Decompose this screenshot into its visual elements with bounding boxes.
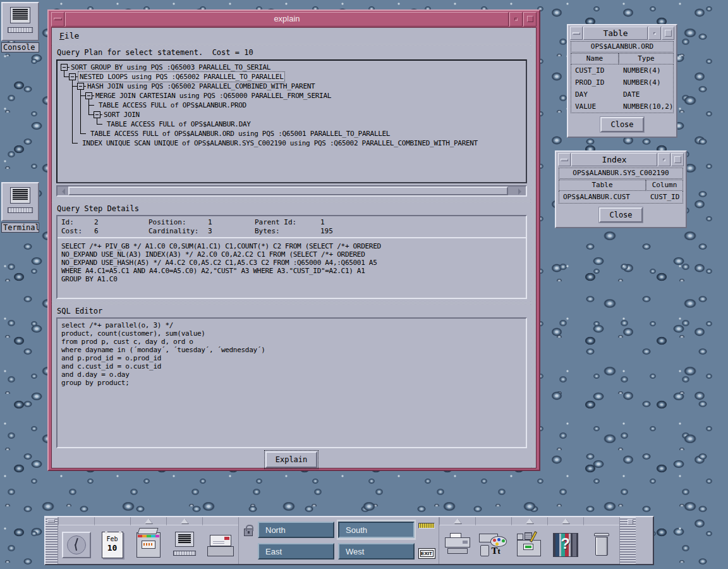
- sql-editor-text[interactable]: select /*+ parallel(o, 3) */ product, co…: [58, 319, 526, 387]
- titlebar[interactable]: explain: [51, 12, 537, 27]
- plan-tree-node[interactable]: TABLE ACCESS FULL of OPS$ALANBUR.DAY: [58, 119, 526, 129]
- menubar-separator: [52, 43, 531, 46]
- panel-right-button[interactable]: [628, 519, 633, 525]
- stat-value: 195: [320, 227, 526, 236]
- file-manager-icon[interactable]: [136, 532, 161, 558]
- help-icon[interactable]: ?: [553, 533, 578, 557]
- subpanel-arrow-icon[interactable]: [562, 518, 569, 523]
- rewritten-sql-text: SELECT /*+ PIV_GB */ A1.C0 C0,SUM(A1.C1)…: [58, 238, 526, 283]
- printer-icon[interactable]: [444, 533, 471, 557]
- terminal-icon[interactable]: [172, 532, 197, 558]
- mail-icon[interactable]: [207, 534, 234, 556]
- plan-node-label[interactable]: MERGE JOIN CARTESIAN using PQS :Q65000 P…: [94, 91, 332, 101]
- workspace-buttons: North South East West: [257, 520, 416, 561]
- minimize-button[interactable]: [648, 27, 661, 40]
- plan-node-label[interactable]: SORT GROUP BY using PQS :Q65003 PARALLEL…: [70, 63, 272, 72]
- plan-tree-node[interactable]: INDEX UNIQUE SCAN UNIQUE of OPS$ALANBUR.…: [58, 138, 526, 148]
- plan-tree-node[interactable]: HASH JOIN using PQS :Q65002 PARALLEL_COM…: [58, 82, 526, 91]
- window-menu-button[interactable]: [558, 153, 571, 166]
- workspace-button[interactable]: South: [338, 522, 415, 538]
- application-manager-icon[interactable]: [516, 532, 543, 558]
- terminal-icon[interactable]: [1, 182, 39, 221]
- plan-tree-node[interactable]: SORT GROUP BY using PQS :Q65003 PARALLEL…: [58, 63, 526, 72]
- minimize-button[interactable]: [509, 12, 523, 27]
- sql-editor[interactable]: select /*+ parallel(o, 3) */ product, co…: [56, 317, 527, 448]
- scrollbar-thumb[interactable]: [68, 187, 508, 195]
- console-icon[interactable]: [1, 2, 39, 41]
- desktop-icon-terminal[interactable]: Terminal: [1, 182, 40, 233]
- details-header: Query Step Details: [52, 202, 531, 215]
- stat-label: Bytes:: [255, 227, 320, 236]
- help-slot: ?: [547, 517, 583, 564]
- desktop-icon-label: Terminal: [1, 223, 39, 233]
- maximize-button[interactable]: [523, 12, 537, 27]
- desktop: Console Terminal explain File Query Plan…: [0, 0, 728, 569]
- plan-tree-node[interactable]: NESTED LOOPS using PQS :Q65002 PARALLEL_…: [58, 72, 526, 82]
- expand-toggle-icon[interactable]: [77, 83, 84, 90]
- exit-button[interactable]: EXIT: [418, 548, 435, 559]
- close-button[interactable]: Close: [600, 117, 643, 132]
- desktop-icon-label: Console: [1, 42, 39, 52]
- index-column-headers: Table Column: [559, 180, 683, 191]
- plan-tree-node[interactable]: TABLE ACCESS FULL of OPS$ALANBUR.ORD usi…: [58, 129, 526, 138]
- plan-node-label[interactable]: TABLE ACCESS FULL of OPS$ALANBUR.DAY: [106, 119, 252, 129]
- front-panel: Feb 10 North: [44, 516, 654, 565]
- tree-horizontal-scrollbar[interactable]: [56, 185, 527, 197]
- panel-left-handle[interactable]: [46, 517, 58, 564]
- subpanel-strip: [202, 517, 238, 525]
- window-menu-button[interactable]: [570, 27, 583, 40]
- menu-file[interactable]: File: [57, 30, 82, 42]
- panel-minimize-button[interactable]: [47, 519, 55, 523]
- busy-light-indicator: [418, 523, 435, 529]
- subpanel-arrow-icon[interactable]: [145, 518, 152, 523]
- calendar-icon[interactable]: Feb 10: [102, 532, 123, 558]
- column-type-cell: NUMBER(4): [619, 64, 673, 76]
- window-client-area: File Query Plan for select statement. Co…: [51, 27, 537, 468]
- explain-button[interactable]: Explain: [265, 451, 318, 468]
- workspace-button[interactable]: West: [338, 543, 415, 560]
- desktop-icon-console[interactable]: Console: [1, 2, 40, 52]
- workspace-cell: East: [257, 541, 336, 561]
- step-stats: Id:2Position:1Parent Id:1Cost:6Cardinali…: [58, 216, 526, 238]
- maximize-button[interactable]: [662, 27, 674, 40]
- subpanel-strip: [583, 517, 619, 525]
- workspace-cell: West: [337, 541, 416, 561]
- plan-node-label[interactable]: NESTED LOOPS using PQS :Q65002 PARALLEL_…: [78, 71, 285, 82]
- index-column-cell: CUST_ID: [646, 191, 682, 203]
- subpanel-arrow-icon[interactable]: [526, 518, 533, 523]
- expand-toggle-icon[interactable]: [85, 92, 92, 99]
- plan-node-label[interactable]: TABLE ACCESS FULL of OPS$ALANBUR.ORD usi…: [89, 129, 391, 138]
- titlebar[interactable]: Table: [570, 27, 674, 40]
- plan-node-label[interactable]: TABLE ACCESS FULL of OPS$ALANBUR.PROD: [97, 101, 248, 110]
- panel-right-icons: Tt ?: [439, 517, 619, 564]
- plan-node-label[interactable]: SORT JOIN: [102, 110, 141, 119]
- trash-icon[interactable]: [593, 533, 610, 557]
- plan-tree-node[interactable]: TABLE ACCESS FULL of OPS$ALANBUR.PROD: [58, 101, 526, 110]
- titlebar[interactable]: Index: [558, 153, 684, 166]
- scroll-right-arrow[interactable]: [516, 187, 526, 195]
- clock-icon[interactable]: [62, 532, 91, 558]
- workspace-button[interactable]: East: [258, 543, 334, 560]
- style-manager-icon[interactable]: Tt: [479, 532, 508, 558]
- plan-node-label[interactable]: HASH JOIN using PQS :Q65002 PARALLEL_COM…: [86, 82, 316, 91]
- workspace-button[interactable]: North: [258, 522, 334, 538]
- plan-tree-node[interactable]: SORT JOIN: [58, 110, 526, 119]
- close-button[interactable]: Close: [599, 207, 642, 223]
- subpanel-strip: [439, 517, 475, 525]
- window-menu-button[interactable]: [51, 12, 64, 27]
- table-dialog: Table OPS$ALANBUR.ORD Name Type CUST_ID …: [567, 24, 677, 138]
- plan-tree-node[interactable]: MERGE JOIN CARTESIAN using PQS :Q65000 P…: [58, 91, 526, 101]
- minimize-icon: [514, 18, 518, 21]
- expand-toggle-icon[interactable]: [94, 111, 100, 118]
- scroll-left-arrow[interactable]: [58, 187, 68, 195]
- subpanel-arrow-icon[interactable]: [181, 518, 188, 523]
- subpanel-strip: [58, 517, 94, 525]
- panel-right-handle[interactable]: [619, 517, 636, 564]
- panel-status-column: EXIT: [416, 520, 437, 561]
- subpanel-arrow-icon[interactable]: [454, 518, 461, 523]
- expand-toggle-icon[interactable]: [61, 64, 68, 71]
- plan-node-label[interactable]: INDEX UNIQUE SCAN UNIQUE of OPS$ALANBUR.…: [81, 138, 479, 148]
- minimize-button[interactable]: [658, 153, 670, 166]
- maximize-button[interactable]: [671, 153, 684, 166]
- expand-toggle-icon[interactable]: [69, 73, 76, 80]
